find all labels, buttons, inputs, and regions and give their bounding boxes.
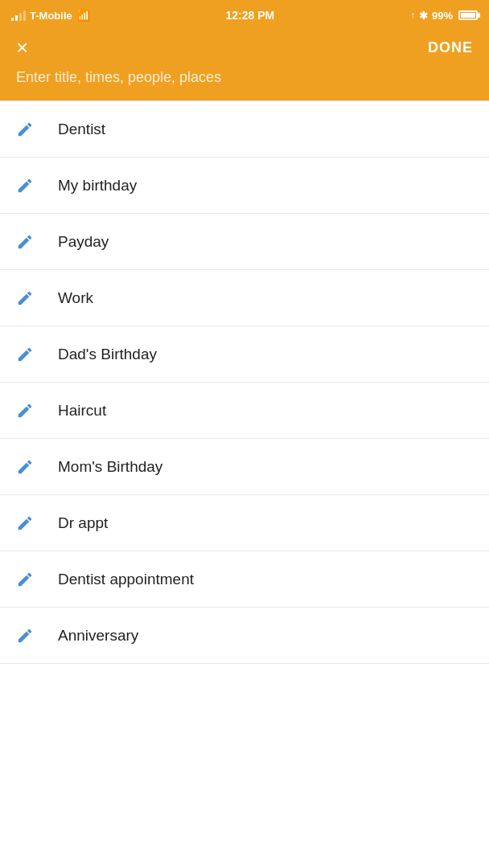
item-label-10: Anniversary (58, 627, 138, 645)
list-item[interactable]: My birthday (0, 158, 489, 214)
edit-icon-6 (16, 402, 45, 420)
list-item[interactable]: Work (0, 270, 489, 326)
item-label-9: Dentist appointment (58, 571, 194, 588)
edit-icon-4 (16, 289, 45, 307)
list-item[interactable]: Haircut (0, 383, 489, 439)
bluetooth-icon: ✱ (419, 10, 428, 22)
search-bar[interactable]: Enter title, times, people, places (0, 69, 489, 100)
list-item[interactable]: Mom's Birthday (0, 439, 489, 495)
time-label: 12:28 PM (225, 9, 274, 22)
carrier-label: T-Mobile (30, 10, 72, 22)
edit-icon-10 (16, 627, 45, 645)
battery-percent: 99% (432, 10, 453, 22)
location-icon: ↑ (410, 10, 415, 21)
edit-icon-1 (16, 121, 45, 138)
list-item[interactable]: Dad's Birthday (0, 326, 489, 383)
event-list: Dentist My birthday Payday Work (0, 101, 489, 664)
header: × DONE (0, 29, 489, 69)
item-label-4: Work (58, 289, 93, 307)
item-label-2: My birthday (58, 177, 137, 194)
item-label-3: Payday (58, 233, 109, 251)
edit-icon-2 (16, 177, 45, 194)
edit-icon-9 (16, 571, 45, 588)
search-placeholder: Enter title, times, people, places (16, 69, 221, 85)
edit-icon-8 (16, 514, 45, 532)
item-label-8: Dr appt (58, 514, 108, 532)
item-label-7: Mom's Birthday (58, 458, 162, 476)
item-label-1: Dentist (58, 121, 105, 138)
status-right: ↑ ✱ 99% (410, 10, 478, 22)
status-left: T-Mobile 📶 (11, 9, 90, 22)
done-button[interactable]: DONE (428, 39, 473, 56)
wifi-icon: 📶 (76, 9, 90, 22)
list-item[interactable]: Anniversary (0, 608, 489, 664)
status-bar: T-Mobile 📶 12:28 PM ↑ ✱ 99% (0, 0, 489, 29)
signal-icon (11, 10, 26, 21)
edit-icon-7 (16, 458, 45, 476)
item-label-6: Haircut (58, 402, 106, 420)
list-item[interactable]: Dentist appointment (0, 551, 489, 608)
item-label-5: Dad's Birthday (58, 346, 157, 363)
list-item[interactable]: Dentist (0, 101, 489, 158)
edit-icon-3 (16, 233, 45, 251)
close-button[interactable]: × (16, 37, 28, 58)
list-item[interactable]: Payday (0, 214, 489, 270)
battery-icon (457, 10, 478, 20)
edit-icon-5 (16, 346, 45, 363)
list-item[interactable]: Dr appt (0, 495, 489, 551)
